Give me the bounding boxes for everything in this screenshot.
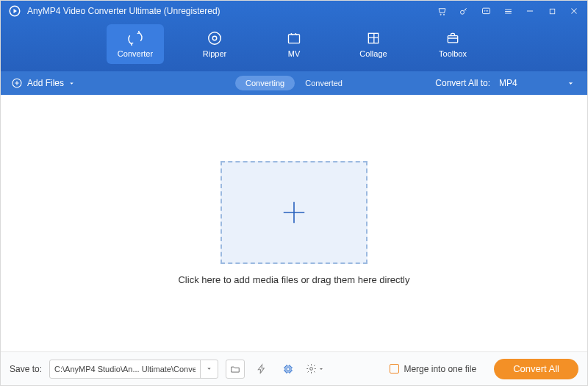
svg-rect-13	[368, 33, 378, 43]
svg-point-3	[443, 14, 444, 15]
gpu-button[interactable]	[279, 360, 298, 379]
hardware-accel-button[interactable]	[252, 360, 271, 379]
checkbox-icon	[390, 364, 399, 374]
nav-label: Collage	[359, 49, 387, 58]
convert-all-button[interactable]: Convert All	[494, 359, 578, 379]
chevron-down-icon	[206, 365, 212, 372]
format-select[interactable]: MP4	[496, 76, 577, 90]
svg-point-4	[460, 10, 464, 14]
settings-button[interactable]	[305, 360, 324, 379]
titlebar: AnyMP4 Video Converter Ultimate (Unregis…	[1, 1, 587, 21]
save-to-label: Save to:	[10, 364, 42, 374]
chevron-down-icon	[567, 80, 574, 87]
minimize-button[interactable]	[524, 5, 536, 17]
merge-label: Merge into one file	[404, 364, 476, 374]
nav-label: Ripper	[203, 49, 226, 58]
menu-icon[interactable]	[502, 5, 514, 17]
sub-toolbar: Add Files Converting Converted Convert A…	[1, 71, 587, 95]
convert-all-to: Convert All to: MP4	[435, 76, 577, 90]
main-nav: Converter Ripper MV Collage Toolbox	[1, 21, 587, 71]
toolbox-icon	[443, 30, 462, 46]
gear-icon	[306, 363, 317, 374]
svg-point-10	[209, 32, 221, 45]
nav-mv[interactable]: MV	[265, 24, 323, 64]
cart-icon[interactable]	[436, 5, 448, 17]
nav-converter[interactable]: Converter	[107, 24, 164, 64]
dropzone-hint: Click here to add media files or drag th…	[178, 274, 409, 285]
svg-rect-16	[285, 366, 291, 372]
app-logo-icon	[8, 4, 21, 18]
footer-bar: Save to: Merge into one file Convert All	[1, 351, 587, 385]
save-path-field	[49, 360, 218, 379]
window-controls	[436, 5, 580, 17]
add-files-label: Add Files	[27, 78, 64, 88]
plus-icon	[280, 199, 308, 226]
nav-collage[interactable]: Collage	[345, 24, 402, 64]
key-icon[interactable]	[458, 5, 470, 17]
convert-all-label: Convert All to:	[435, 78, 490, 88]
app-title: AnyMP4 Video Converter Ultimate (Unregis…	[27, 6, 436, 16]
chevron-down-icon	[318, 366, 324, 372]
nav-label: Converter	[118, 49, 153, 58]
open-folder-button[interactable]	[226, 360, 245, 379]
converter-icon	[126, 30, 145, 46]
svg-rect-17	[287, 368, 290, 371]
feedback-icon[interactable]	[480, 5, 492, 17]
save-path-input[interactable]	[50, 365, 200, 374]
maximize-button[interactable]	[546, 5, 558, 17]
svg-rect-12	[289, 35, 300, 43]
merge-checkbox[interactable]: Merge into one file	[390, 364, 476, 374]
bolt-off-icon	[256, 363, 268, 375]
folder-icon	[230, 364, 240, 374]
tab-converting[interactable]: Converting	[235, 76, 295, 90]
svg-rect-14	[448, 36, 457, 43]
svg-point-8	[487, 10, 488, 11]
nav-ripper[interactable]: Ripper	[186, 24, 243, 64]
add-files-button[interactable]: Add Files	[11, 77, 75, 89]
ripper-icon	[205, 30, 224, 46]
close-button[interactable]	[568, 5, 580, 17]
svg-point-18	[309, 368, 312, 371]
svg-rect-9	[550, 9, 555, 14]
nav-label: MV	[288, 49, 301, 58]
mv-icon	[284, 30, 304, 46]
svg-point-2	[440, 14, 441, 15]
save-path-dropdown[interactable]	[200, 360, 218, 378]
dropzone[interactable]	[220, 161, 368, 264]
content-area: Click here to add media files or drag th…	[1, 95, 587, 351]
app-header: AnyMP4 Video Converter Ultimate (Unregis…	[1, 1, 587, 71]
chip-icon	[282, 363, 294, 375]
status-tabs: Converting Converted	[235, 76, 353, 90]
svg-marker-1	[14, 9, 18, 13]
chevron-down-icon	[68, 80, 75, 87]
plus-circle-icon	[11, 77, 23, 89]
nav-label: Toolbox	[439, 49, 467, 58]
format-value: MP4	[499, 78, 517, 88]
tab-converted[interactable]: Converted	[295, 76, 353, 90]
nav-toolbox[interactable]: Toolbox	[424, 24, 481, 64]
collage-icon	[364, 30, 383, 46]
svg-point-11	[212, 36, 217, 40]
svg-point-7	[486, 10, 487, 11]
svg-point-6	[484, 10, 485, 11]
